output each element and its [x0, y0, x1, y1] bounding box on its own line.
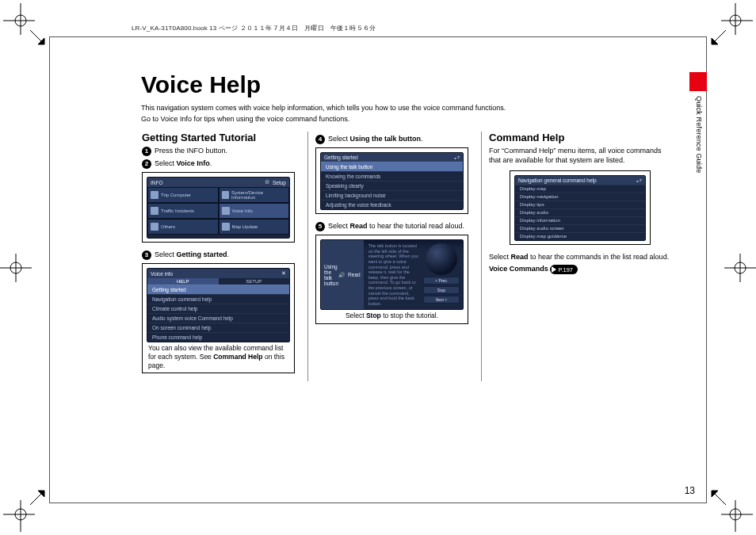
list-item: Phone command help: [147, 332, 289, 342]
list-item: Getting started: [147, 285, 289, 294]
step-1-text: Press the INFO button.: [155, 147, 227, 156]
step-3-text: Select Getting started.: [155, 250, 229, 260]
page-title: Voice Help: [141, 71, 678, 98]
info-cell: System/Device Information: [219, 187, 290, 203]
info-cell: Others: [147, 219, 219, 235]
column-tutorial-2: 4 Select Using the talk button. Getting …: [315, 132, 475, 381]
crop-mark-tr: [702, 3, 753, 54]
talk-screen: Using the talk button🔊 Read The talk but…: [320, 239, 464, 310]
list-item: Display audio: [515, 208, 645, 216]
list-item: Navigation command help: [147, 294, 289, 304]
screenshot-talk-button: Using the talk button🔊 Read The talk but…: [315, 235, 468, 324]
cmdhelp-heading: Command Help: [489, 132, 672, 143]
cmd-intro: For “Command Help” menu items, all voice…: [489, 147, 672, 165]
step-bullet-4: 4: [315, 135, 325, 144]
step-2-text: Select Voice Info.: [155, 159, 212, 169]
list-item: Limiting background noise: [321, 190, 463, 200]
screenshot-cmd-help: Navigation general command help⮐ Display…: [510, 170, 651, 245]
cmd-help-screen: Navigation general command help⮐ Display…: [514, 175, 646, 241]
page-ref-pill: P.197: [550, 265, 578, 274]
step-bullet-3: 3: [142, 250, 151, 260]
voice-info-caption: You can also view the available command …: [148, 344, 288, 369]
talk-body-text: The talk button is located on the left s…: [368, 243, 420, 306]
registration-right: [721, 254, 756, 282]
dial-icon: [426, 243, 457, 275]
list-item: Speaking clearly: [321, 181, 463, 190]
list-item: Adjusting the voice feedback: [321, 200, 463, 209]
info-cell-selected: Voice Info: [219, 203, 290, 219]
step-1: 1 Press the INFO button.: [142, 147, 295, 156]
list-item: Knowing the commands: [321, 171, 463, 181]
page-content: Voice Help This navigation system comes …: [49, 36, 707, 503]
column-separator-1: [307, 132, 308, 381]
running-head: LR-V_KA-31T0A800.book 13 ページ ２０１１年７月４日 月…: [132, 24, 376, 32]
step-2: 2 Select Voice Info.: [142, 159, 295, 169]
column-separator-2: [481, 132, 482, 381]
getting-started-screen: Getting started⮐ Using the talk button K…: [320, 152, 464, 210]
crop-mark-br: [702, 481, 753, 532]
step-bullet-1: 1: [142, 147, 151, 156]
info-cell: Traffic Incidents: [147, 203, 219, 219]
step-5: 5 Select Read to hear the tutorial read …: [315, 222, 468, 231]
arrow-icon: [552, 266, 556, 273]
voice-commands-xref: Voice Commands P.197: [489, 265, 672, 274]
list-item: Climate control help: [147, 304, 289, 313]
list-item: Display map guidance: [515, 232, 645, 240]
screenshot-info: INFO⚙Setup Trip Computer System/Device I…: [142, 172, 295, 243]
list-item: Display audio screen: [515, 224, 645, 232]
info-screen: INFO⚙Setup Trip Computer System/Device I…: [147, 177, 290, 239]
intro-line-2: Go to Voice Info for tips when using the…: [141, 114, 648, 124]
step-bullet-2: 2: [142, 159, 151, 169]
voice-info-screen: Voice info✕ HELP SETUP Getting started N…: [147, 268, 290, 342]
info-cell: Map Update: [219, 219, 290, 235]
step-4: 4 Select Using the talk button.: [315, 135, 468, 144]
tutorial-heading: Getting Started Tutorial: [142, 132, 295, 143]
list-item: Display information: [515, 216, 645, 224]
talk-caption: Select Stop to stop the tutorial.: [322, 311, 462, 320]
info-cell: Trip Computer: [147, 187, 219, 203]
step-3: 3 Select Getting started.: [142, 250, 295, 260]
talk-next: Next >: [423, 296, 460, 304]
list-item: Display navigation: [515, 193, 645, 201]
intro-line-1: This navigation system comes with voice …: [141, 103, 648, 113]
list-item: Audio system voice Command help: [147, 313, 289, 323]
screenshot-voice-info: Voice info✕ HELP SETUP Getting started N…: [142, 263, 295, 373]
registration-left: [0, 254, 35, 282]
list-item: Display tips: [515, 201, 645, 208]
crop-mark-tl: [3, 3, 54, 54]
talk-prev: < Prev.: [423, 277, 460, 285]
cmd-caption: Select Read to hear the commands in the …: [489, 253, 672, 262]
talk-controls: < Prev. Stop Next >: [423, 243, 460, 306]
column-tutorial: Getting Started Tutorial 1 Press the INF…: [141, 132, 301, 381]
step-bullet-5: 5: [315, 222, 325, 231]
list-item: Display map: [515, 185, 645, 193]
screenshot-getting-started: Getting started⮐ Using the talk button K…: [315, 147, 468, 214]
step-4-text: Select Using the talk button.: [328, 135, 423, 144]
list-item: On screen command help: [147, 323, 289, 332]
step-5-text: Select Read to hear the tutorial read al…: [328, 222, 464, 231]
column-command-help: Command Help For “Command Help” menu ite…: [488, 132, 678, 381]
list-item: Using the talk button: [321, 162, 463, 171]
talk-stop: Stop: [423, 286, 460, 294]
crop-mark-bl: [3, 481, 54, 532]
